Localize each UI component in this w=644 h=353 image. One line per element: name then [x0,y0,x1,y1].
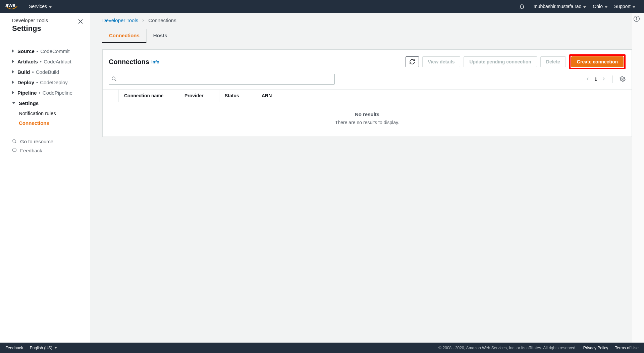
region-label: Ohio [593,4,603,9]
nav-sublabel: CodePipeline [43,90,72,96]
caret-right-icon [12,91,14,94]
sidebar-item-pipeline[interactable]: Pipeline • CodePipeline [0,88,90,98]
feedback-button[interactable]: Feedback [0,146,90,155]
go-to-resource-button[interactable]: Go to resource [0,137,90,146]
sidebar-title: Settings [12,24,82,34]
top-navbar: aws Services mubbashir.mustafa.rao Ohio … [0,0,644,13]
tablist: Connections Hosts [102,29,632,43]
caret-down-icon [49,6,52,8]
footer-language-menu[interactable]: English (US) [30,346,57,350]
svg-point-10 [622,78,624,80]
info-link[interactable]: Info [151,59,159,64]
sidebar-item-source[interactable]: Source • CodeCommit [0,46,90,56]
sidebar-item-settings[interactable]: Settings [0,98,90,108]
view-details-button[interactable]: View details [422,56,461,67]
empty-state: No results There are no results to displ… [103,102,632,137]
caret-down-icon [633,6,635,8]
sidebar: Developer Tools Settings Source • CodeCo… [0,13,90,353]
refresh-button[interactable] [406,56,419,67]
sidebar-item-deploy[interactable]: Deploy • CodeDeploy [0,77,90,88]
svg-line-3 [15,142,16,143]
table-header: Connection name Provider Status ARN [103,89,632,102]
search-icon [111,76,117,83]
sidebar-item-build[interactable]: Build • CodeBuild [0,67,90,77]
col-provider[interactable]: Provider [179,90,219,102]
terms-of-use-link[interactable]: Terms of Use [615,346,639,350]
nav-label: Pipeline [17,90,37,96]
account-menu[interactable]: mubbashir.mustafa.rao [530,0,589,13]
search-input[interactable] [109,74,335,85]
privacy-policy-link[interactable]: Privacy Policy [583,346,608,350]
caret-right-icon [12,81,14,84]
nav-label: Deploy [17,80,34,85]
sidebar-item-artifacts[interactable]: Artifacts • CodeArtifact [0,56,90,67]
sidebar-subitem-notification-rules[interactable]: Notification rules [0,108,90,118]
caret-right-icon [12,49,14,53]
sidebar-subitem-connections[interactable]: Connections [0,118,90,128]
aws-swoosh-icon [6,6,17,10]
caret-down-icon [605,6,607,8]
svg-point-2 [13,140,15,142]
footer-feedback[interactable]: Feedback [5,346,23,350]
delete-button[interactable]: Delete [540,56,566,67]
close-icon [78,19,83,24]
svg-line-9 [115,80,116,81]
gear-icon [620,76,626,82]
main-content: Developer Tools Connections Connections … [90,13,644,353]
nav-sublabel: CodeDeploy [40,80,68,85]
nav-label: Build [17,69,30,75]
breadcrumb-current: Connections [148,17,176,23]
caret-down-icon [54,347,57,349]
col-arn[interactable]: ARN [256,90,632,102]
nav-label: Settings [19,100,39,106]
sidebar-close-button[interactable] [78,19,83,25]
update-pending-button[interactable]: Update pending connection [464,56,537,67]
highlight-marker: Create connection [569,54,626,69]
nav-sublabel: CodeArtifact [44,59,71,64]
col-status[interactable]: Status [219,90,256,102]
panel-title: Connections [109,58,149,66]
account-label: mubbashir.mustafa.rao [534,4,581,9]
nav-label: Source [17,48,35,54]
col-connection-name[interactable]: Connection name [119,90,179,102]
chevron-right-icon [602,77,606,81]
tab-hosts[interactable]: Hosts [147,29,174,43]
search-wrap [109,74,335,85]
chevron-right-icon [142,17,145,23]
services-label: Services [29,4,47,9]
empty-title: No results [106,111,628,117]
breadcrumb-root[interactable]: Developer Tools [102,17,138,23]
tab-connections[interactable]: Connections [102,29,147,43]
feedback-label: Feedback [20,148,42,153]
pagination: 1 [586,75,626,83]
services-menu[interactable]: Services [25,0,55,13]
go-to-resource-label: Go to resource [20,139,53,144]
caret-right-icon [12,70,14,73]
prev-page-button[interactable] [586,77,590,82]
caret-down-icon [583,6,586,8]
region-menu[interactable]: Ohio [589,0,611,13]
create-connection-button[interactable]: Create connection [571,56,624,67]
support-label: Support [614,4,631,9]
feedback-icon [12,148,17,153]
aws-logo[interactable]: aws [5,2,17,10]
svg-rect-4 [13,149,16,151]
next-page-button[interactable] [602,77,606,82]
search-icon [12,139,17,144]
nav-sublabel: CodeCommit [40,48,70,54]
nav-sublabel: CodeBuild [36,69,59,75]
table-preferences-button[interactable] [620,76,626,83]
breadcrumb: Developer Tools Connections [102,17,632,23]
caret-right-icon [12,60,14,63]
svg-point-8 [112,77,115,80]
bell-icon [519,3,525,9]
empty-subtitle: There are no results to display. [106,120,628,125]
footer-copyright: © 2008 - 2020, Amazon Web Services, Inc.… [438,346,576,350]
select-all-column [103,90,119,102]
notifications-button[interactable] [519,3,525,9]
nav-label: Artifacts [17,59,38,64]
refresh-icon [409,59,415,65]
chevron-left-icon [586,77,590,81]
support-menu[interactable]: Support [611,0,639,13]
connections-panel: Connections Info View details Update pen… [102,49,632,137]
